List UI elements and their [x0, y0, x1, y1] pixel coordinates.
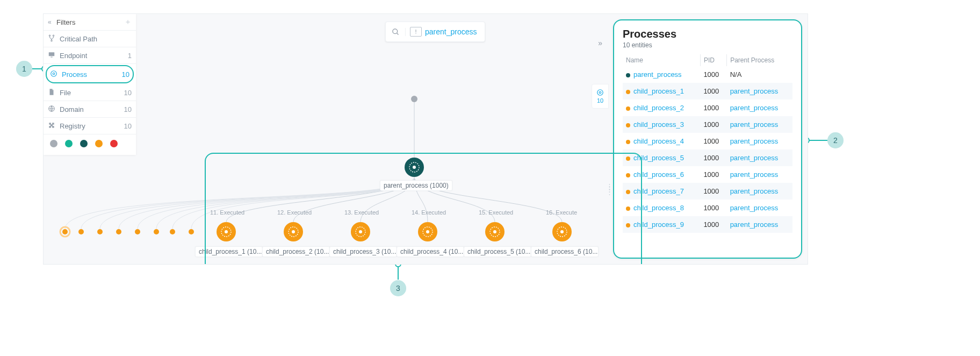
graph-edge-label: 15. Executed	[479, 209, 513, 216]
app-frame: « Filters ＋ Critical PathEndpoint1Proces…	[43, 13, 808, 265]
process-graph[interactable]	[44, 14, 808, 264]
svg-point-31	[493, 230, 496, 233]
svg-point-43	[189, 229, 194, 234]
graph-edge-label: 11. Executed	[210, 209, 244, 216]
svg-point-38	[97, 229, 103, 234]
callout-stem	[806, 140, 827, 141]
graph-child-label[interactable]: child_process_3 (10...	[329, 246, 397, 257]
graph-edge-label: 12. Executed	[277, 209, 312, 216]
svg-point-36	[62, 229, 68, 234]
graph-edge-label: 16. Execute	[546, 209, 577, 216]
callout-stem	[398, 264, 399, 280]
svg-point-16	[413, 166, 416, 169]
graph-parent-label: parent_process (1000)	[380, 180, 452, 191]
svg-point-37	[78, 229, 84, 234]
callout-badge-2: 2	[827, 132, 844, 148]
graph-child-label[interactable]: child_process_5 (10...	[464, 246, 531, 257]
graph-child-label[interactable]: child_process_2 (10...	[262, 246, 330, 257]
svg-point-19	[225, 230, 228, 233]
svg-point-25	[359, 230, 362, 233]
svg-point-28	[426, 230, 429, 233]
callout-badge-3: 3	[390, 280, 406, 296]
callout-badge-1: 1	[16, 61, 32, 77]
svg-point-41	[154, 229, 159, 234]
svg-point-39	[116, 229, 121, 234]
graph-child-label[interactable]: child_process_6 (10...	[531, 246, 599, 257]
svg-point-13	[411, 96, 417, 102]
svg-point-22	[292, 230, 295, 233]
graph-edge-label: 13. Executed	[344, 209, 379, 216]
svg-point-42	[170, 229, 175, 234]
svg-point-40	[135, 229, 140, 234]
graph-edge-label: 14. Executed	[412, 209, 446, 216]
graph-child-label[interactable]: child_process_1 (10...	[195, 246, 263, 257]
svg-point-34	[560, 230, 564, 233]
graph-child-label[interactable]: child_process_4 (10...	[397, 246, 464, 257]
